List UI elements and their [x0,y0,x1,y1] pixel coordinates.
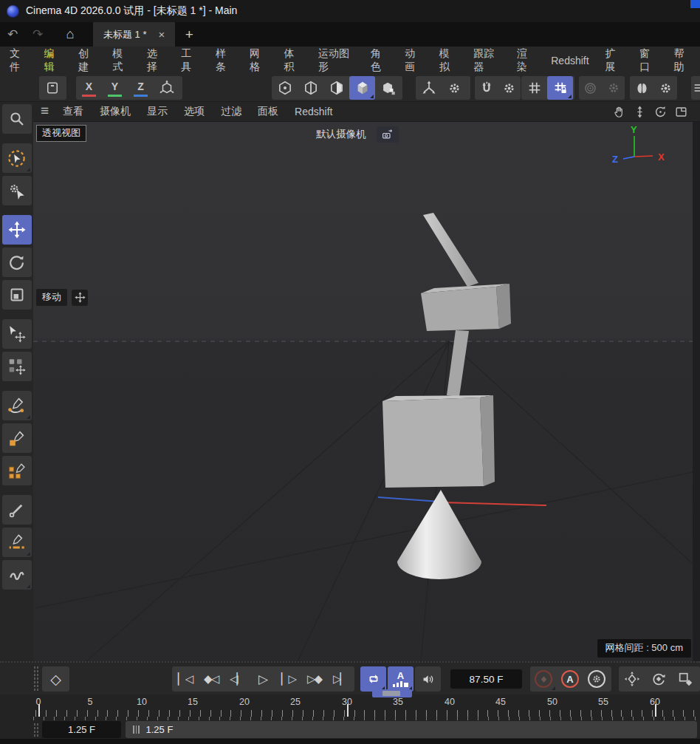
axis-settings-button[interactable] [442,76,467,100]
preview-range-slider[interactable]: 1.25 F [126,721,697,738]
symmetry-settings-button[interactable] [653,76,677,100]
camera-switch-button[interactable] [377,126,399,143]
record-keyframe-button[interactable] [530,666,557,692]
menu-mesh[interactable]: 网格 [241,44,275,77]
range-grip-icon[interactable] [133,726,140,734]
rotate-tool-button[interactable] [2,248,32,277]
find-tool-button[interactable] [2,104,32,134]
menu-tracker[interactable]: 跟踪器 [465,44,509,77]
next-frame-button[interactable]: ▏▷ [275,666,301,692]
menu-animate[interactable]: 动画 [397,44,430,77]
transform-tool-button[interactable] [2,319,32,349]
previous-key-button[interactable]: ◆◁ [198,666,224,692]
document-tab[interactable]: 未标题 1 * × [93,22,175,47]
clipped-toolbar-button[interactable] [691,76,700,100]
timeline-ruler[interactable]: 0 5 10 15 20 25 30 35 40 45 50 55 60 [0,694,700,717]
lock-z-button[interactable]: Z [128,76,154,100]
drag-grip[interactable] [33,723,39,737]
sculpt-tool-button[interactable] [2,560,32,590]
loop-button[interactable] [360,666,386,692]
dolly-zoom-icon[interactable] [633,105,647,119]
previous-frame-button[interactable]: ◁▏ [224,666,250,692]
viewport-menu-options[interactable]: 选项 [176,103,213,120]
menu-mograph[interactable]: 运动图形 [310,44,363,77]
viewport-menu-filter[interactable]: 过滤 [213,103,250,120]
redo-button[interactable]: ↷ [25,22,50,47]
viewport-menu-display[interactable]: 显示 [139,103,176,120]
pan-hand-icon[interactable] [612,105,626,119]
toggle-view-icon[interactable] [674,105,688,119]
goto-end-button[interactable]: ▷▏ [327,666,353,692]
orbit-icon[interactable] [653,105,668,119]
asset-browser-button[interactable] [39,76,66,100]
spline-smooth-tool-button[interactable] [2,528,32,557]
snap-settings-button[interactable] [498,76,521,100]
menu-file[interactable]: 文件 [1,44,35,77]
coordinate-system-button[interactable] [154,76,179,100]
hamburger-icon[interactable]: ≡ [39,103,55,120]
sketch-tool-button[interactable] [2,423,32,453]
dynamic-place-tool-button[interactable] [2,352,32,381]
playhead[interactable] [372,689,412,697]
axis-mode-button[interactable] [375,76,401,100]
current-frame-field[interactable]: 87.50 F [450,669,522,689]
menu-mode[interactable]: 模式 [104,44,138,77]
viewport-menu-panel[interactable]: 面板 [250,103,286,120]
drag-grip[interactable] [33,666,39,692]
playhead-grip[interactable] [382,691,400,696]
symmetry-button[interactable] [630,76,653,100]
menu-render[interactable]: 渲染 [509,44,543,77]
brush-tool-button[interactable] [2,495,32,525]
workplane-grid-button[interactable] [521,76,547,100]
undo-button[interactable]: ↶ [0,22,25,47]
falloff-button[interactable] [579,76,602,100]
menu-redshift[interactable]: Redshift [543,52,597,69]
menu-character[interactable]: 角色 [363,44,397,77]
viewport-menu-camera[interactable]: 摄像机 [92,103,139,120]
goto-start-button[interactable]: ▏◁ [172,666,198,692]
menu-create[interactable]: 创建 [70,44,104,77]
edges-mode-button[interactable] [298,76,323,100]
menu-help[interactable]: 帮助 [665,44,699,77]
new-tab-button[interactable]: + [175,22,203,47]
live-selection-tool-button[interactable] [2,143,32,173]
record-scale-button[interactable] [672,666,699,692]
lock-x-button[interactable]: X [76,76,102,100]
keyframe-selection-button[interactable]: A [388,666,414,692]
menu-simulate[interactable]: 模拟 [431,44,465,77]
menu-spline[interactable]: 样条 [207,44,241,77]
body-cube-mesh[interactable] [382,395,495,488]
menu-extensions[interactable]: 扩展 [597,44,631,77]
polygons-mode-button[interactable] [323,76,349,100]
falloff-settings-button[interactable] [602,76,625,100]
viewport-menu-redshift[interactable]: Redshift [286,104,340,119]
sound-button[interactable] [415,666,441,692]
head-cube-mesh[interactable] [421,284,511,331]
lock-y-button[interactable]: Y [102,76,128,100]
axis-center-button[interactable] [416,76,442,100]
axis-handles[interactable] [378,497,546,505]
start-frame-field[interactable]: 1.25 F [42,721,121,738]
home-button[interactable]: ⌂ [58,22,83,47]
record-position-button[interactable] [619,666,645,692]
quantize-button[interactable] [547,76,573,100]
move-tool-button[interactable] [2,215,32,245]
points-mode-button[interactable] [272,76,298,100]
model-mode-button[interactable] [349,76,375,100]
record-rotation-button[interactable] [645,666,672,692]
tweak-tool-button[interactable] [2,176,32,205]
menu-edit[interactable]: 编辑 [35,44,69,77]
view-label[interactable]: 透视视图 [36,125,86,142]
menu-window[interactable]: 窗口 [631,44,665,77]
spline-pen-tool-button[interactable] [2,391,32,420]
menu-select[interactable]: 选择 [139,44,173,77]
play-button[interactable]: ▷ [250,666,275,692]
polygon-pen-tool-button[interactable] [2,456,32,485]
arm-mesh[interactable] [423,213,478,287]
menu-volume[interactable]: 体积 [276,44,310,77]
snap-button[interactable] [475,76,498,100]
viewport-menu-view[interactable]: 查看 [55,103,92,120]
menu-tools[interactable]: 工具 [173,44,207,77]
perspective-viewport[interactable]: 透视视图 默认摄像机 Y X Z 移动 网格间距 : 500 cm [33,122,700,661]
keyframe-settings-button[interactable] [583,666,610,692]
